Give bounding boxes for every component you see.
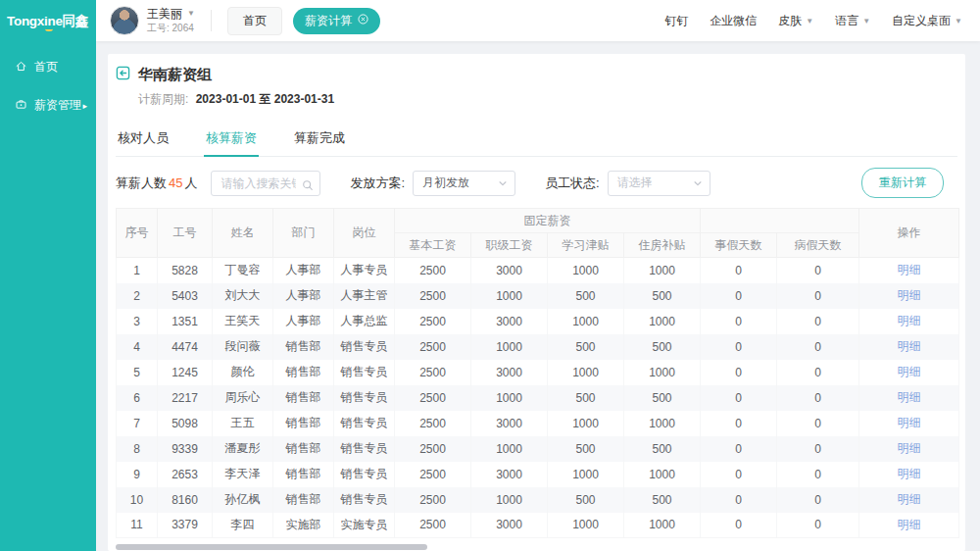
table-cell: 3000 xyxy=(471,360,548,385)
detail-link[interactable]: 明细 xyxy=(898,339,921,353)
table-cell: 0 xyxy=(701,487,777,513)
chevron-down-icon: ▼ xyxy=(955,17,962,25)
table-row: 113379李四实施部实施专员250030001000100000明细 xyxy=(117,513,959,538)
pay-plan-value: 月初发放 xyxy=(422,175,469,191)
table-cell: 王笑天 xyxy=(213,309,273,334)
table-cell-actions: 明细 xyxy=(859,258,959,283)
table-cell: 销售专员 xyxy=(334,385,395,411)
table-cell: 销售部 xyxy=(273,462,334,487)
detail-link[interactable]: 明细 xyxy=(898,492,921,506)
table-cell: 1000 xyxy=(548,309,624,334)
employee-status-select[interactable]: 请选择 xyxy=(608,171,710,196)
detail-link[interactable]: 明细 xyxy=(898,314,921,327)
tab-calc-complete[interactable]: 算薪完成 xyxy=(292,121,347,156)
menu-item-custom-desktop[interactable]: 自定义桌面▼ xyxy=(892,13,962,29)
table-cell: 0 xyxy=(777,513,859,538)
employee-no-label: 工号: xyxy=(147,23,170,33)
table-cell: 销售专员 xyxy=(334,487,395,513)
table-cell: 1000 xyxy=(548,411,624,436)
headcount-text: 算薪人数45人 xyxy=(116,175,197,192)
table-cell: 人事专员 xyxy=(334,258,395,283)
table-row: 92653李天泽销售部销售专员250030001000100000明细 xyxy=(117,462,959,487)
table-cell: 3000 xyxy=(471,258,548,283)
user-menu[interactable]: 王美丽 ▼ 工号: 2064 xyxy=(147,7,195,35)
horizontal-scrollbar-thumb[interactable] xyxy=(116,544,427,550)
salary-briefcase-icon xyxy=(15,98,27,114)
detail-link[interactable]: 明细 xyxy=(898,288,921,302)
search-box xyxy=(211,171,320,196)
table-cell: 5828 xyxy=(158,258,213,283)
chevron-down-icon xyxy=(498,178,508,188)
sidebar-item-label: 首页 xyxy=(34,59,58,75)
table-cell: 人事部 xyxy=(273,258,334,283)
detail-link[interactable]: 明细 xyxy=(898,518,921,531)
table-cell: 1 xyxy=(117,258,158,283)
table-cell-actions: 明细 xyxy=(859,334,959,360)
chevron-down-icon: ▼ xyxy=(806,17,813,25)
detail-link[interactable]: 明细 xyxy=(898,441,921,455)
table-cell: 0 xyxy=(701,411,777,436)
sidebar-item-home[interactable]: 首页 xyxy=(0,48,96,86)
search-icon[interactable] xyxy=(302,177,314,195)
headcount-label: 算薪人数 xyxy=(116,175,167,190)
detail-link[interactable]: 明细 xyxy=(898,416,921,429)
table-row: 108160孙亿枫销售部销售专员2500100050050000明细 xyxy=(117,487,959,513)
table-cell: 实施部 xyxy=(273,513,334,538)
detail-link[interactable]: 明细 xyxy=(898,263,921,276)
table-cell: 1000 xyxy=(624,411,701,436)
page-title: 华南薪资组 xyxy=(138,66,212,84)
table-cell: 销售专员 xyxy=(334,462,395,487)
table-cell: 实施专员 xyxy=(334,513,395,538)
table-cell: 销售专员 xyxy=(334,411,395,436)
table-cell: 人事总监 xyxy=(334,309,395,334)
col-header-actions: 操作 xyxy=(859,209,959,258)
avatar[interactable] xyxy=(110,6,139,35)
detail-link[interactable]: 明细 xyxy=(898,390,921,404)
nav-tab-salary-calc[interactable]: 薪资计算 xyxy=(293,8,380,34)
back-icon[interactable] xyxy=(116,66,130,84)
table-cell: 段问薇 xyxy=(213,334,273,360)
chevron-down-icon xyxy=(693,178,703,188)
table-cell: 2500 xyxy=(395,487,471,513)
table-cell: 500 xyxy=(548,283,624,309)
table-cell: 3000 xyxy=(471,513,548,538)
table-cell: 人事主管 xyxy=(334,283,395,309)
table-row: 44474段问薇销售部销售专员2500100050050000明细 xyxy=(117,334,959,360)
table-cell: 1000 xyxy=(471,487,548,513)
tab-calculate-salary[interactable]: 核算薪资 xyxy=(204,121,259,156)
nav-tab-home[interactable]: 首页 xyxy=(227,7,282,35)
table-cell: 1000 xyxy=(471,385,548,411)
table-cell: 销售部 xyxy=(273,385,334,411)
detail-link[interactable]: 明细 xyxy=(898,365,921,378)
menu-item-dingtalk[interactable]: 钉钉 xyxy=(664,13,688,29)
table-cell: 周乐心 xyxy=(213,385,273,411)
table-row: 62217周乐心销售部销售专员2500100050050000明细 xyxy=(117,385,959,411)
table-row: 51245颜伦销售部销售专员250030001000100000明细 xyxy=(117,360,959,385)
recalculate-button[interactable]: 重新计算 xyxy=(861,168,944,198)
table-cell: 0 xyxy=(701,462,777,487)
sidebar-item-salary-management[interactable]: 薪资管理 ▸ xyxy=(0,86,96,125)
pay-plan-select[interactable]: 月初发放 xyxy=(413,171,515,196)
menu-item-skin[interactable]: 皮肤▼ xyxy=(778,13,813,29)
table-cell: 3379 xyxy=(158,513,213,538)
table-cell: 销售专员 xyxy=(334,436,395,462)
table-row: 89339潘夏彤销售部销售专员2500100050050000明细 xyxy=(117,436,959,462)
table-row: 25403刘大大人事部人事主管2500100050050000明细 xyxy=(117,283,959,309)
chevron-down-icon: ▼ xyxy=(862,17,870,25)
table-cell: 0 xyxy=(777,385,859,411)
filter-bar: 算薪人数45人 发放方案: 月初发放 员工状态: 请选择 xyxy=(116,168,957,198)
table-cell: 2500 xyxy=(395,462,471,487)
table-cell: 销售专员 xyxy=(334,360,395,385)
pay-plan-label: 发放方案: xyxy=(350,175,405,192)
table-cell: 0 xyxy=(777,258,859,283)
table-cell: 0 xyxy=(701,513,777,538)
close-circle-icon[interactable] xyxy=(358,14,368,27)
detail-link[interactable]: 明细 xyxy=(898,467,921,480)
table-cell: 2500 xyxy=(395,309,471,334)
table-cell: 3000 xyxy=(471,462,548,487)
tab-check-personnel[interactable]: 核对人员 xyxy=(116,121,171,156)
menu-item-language[interactable]: 语言▼ xyxy=(835,13,870,29)
table-cell: 0 xyxy=(701,258,777,283)
col-header-empno: 工号 xyxy=(158,209,213,258)
menu-item-wecom[interactable]: 企业微信 xyxy=(710,13,757,29)
